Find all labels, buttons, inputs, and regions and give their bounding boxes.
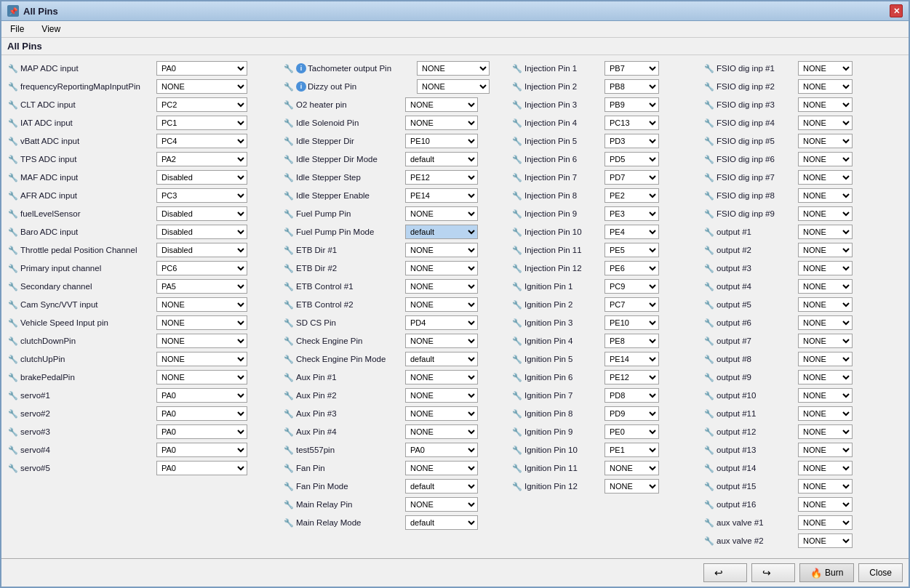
pin-select[interactable]: NONE — [798, 61, 853, 76]
pin-select[interactable]: PE0 — [604, 424, 659, 439]
wrench-icon[interactable]: 🔧 — [7, 262, 19, 274]
pin-select[interactable]: NONE — [405, 461, 478, 475]
wrench-icon[interactable]: 🔧 — [283, 172, 295, 183]
wrench-icon[interactable]: 🔧 — [703, 462, 715, 474]
wrench-icon[interactable]: 🔧 — [511, 190, 523, 201]
wrench-icon[interactable]: 🔧 — [7, 281, 19, 292]
wrench-icon[interactable]: 🔧 — [703, 317, 715, 329]
wrench-icon[interactable]: 🔧 — [7, 462, 19, 474]
pin-select[interactable]: NONE — [798, 97, 853, 112]
wrench-icon[interactable]: 🔧 — [7, 426, 19, 438]
wrench-icon[interactable]: 🔧 — [511, 63, 523, 74]
redo-button[interactable]: ↪ — [751, 563, 795, 582]
wrench-icon[interactable]: 🔧 — [511, 226, 523, 238]
wrench-icon[interactable]: 🔧 — [703, 444, 715, 456]
pin-select[interactable]: NONE — [798, 370, 853, 384]
pin-select[interactable]: Disabled — [156, 225, 247, 239]
pin-select[interactable]: NONE — [798, 152, 853, 166]
wrench-icon[interactable]: 🔧 — [511, 462, 523, 474]
pin-select[interactable]: NONE — [798, 315, 853, 330]
wrench-icon[interactable]: 🔧 — [283, 390, 295, 401]
pin-select[interactable]: NONE — [156, 79, 247, 94]
pin-select[interactable]: PC9 — [604, 279, 659, 294]
wrench-icon[interactable]: 🔧 — [703, 63, 715, 74]
pin-select[interactable]: PE10 — [604, 315, 659, 330]
wrench-icon[interactable]: 🔧 — [703, 426, 715, 438]
pin-select[interactable]: PC6 — [156, 261, 247, 275]
wrench-icon[interactable]: 🔧 — [511, 81, 523, 92]
pin-select[interactable]: NONE — [405, 334, 478, 348]
wrench-icon[interactable]: 🔧 — [703, 408, 715, 419]
wrench-icon[interactable]: 🔧 — [283, 480, 295, 492]
wrench-icon[interactable]: 🔧 — [511, 281, 523, 292]
pin-select[interactable]: PD4 — [405, 315, 478, 330]
pin-select[interactable]: NONE — [798, 116, 853, 130]
pin-select[interactable]: NONE — [798, 188, 853, 203]
pin-select[interactable]: PE2 — [604, 188, 659, 203]
pin-select[interactable]: PB7 — [604, 61, 659, 76]
wrench-icon[interactable]: 🔧 — [7, 408, 19, 419]
pin-select[interactable]: PC4 — [156, 134, 247, 148]
wrench-icon[interactable]: 🔧 — [283, 135, 295, 147]
pin-select[interactable]: PE12 — [604, 370, 659, 384]
pin-select[interactable]: NONE — [156, 334, 247, 348]
pin-select[interactable]: NONE — [156, 315, 247, 330]
pin-select[interactable]: NONE — [405, 388, 478, 403]
wrench-icon[interactable]: 🔧 — [7, 117, 19, 129]
wrench-icon[interactable]: 🔧 — [283, 462, 295, 474]
pin-select[interactable]: PA5 — [156, 279, 247, 294]
pin-select[interactable]: PE8 — [604, 334, 659, 348]
wrench-icon[interactable]: 🔧 — [703, 208, 715, 220]
wrench-icon[interactable]: 🔧 — [283, 371, 295, 383]
wrench-icon[interactable]: 🔧 — [703, 99, 715, 110]
wrench-icon[interactable]: 🔧 — [703, 153, 715, 165]
pin-select[interactable]: default — [405, 352, 478, 366]
close-button[interactable]: Close — [858, 563, 903, 582]
close-window-button[interactable]: ✕ — [890, 4, 903, 17]
pin-select[interactable]: Disabled — [156, 206, 247, 221]
wrench-icon[interactable]: 🔧 — [283, 244, 295, 256]
wrench-icon[interactable]: 🔧 — [7, 244, 19, 256]
pin-select[interactable]: NONE — [798, 134, 853, 148]
wrench-icon[interactable]: 🔧 — [283, 153, 295, 165]
pin-select[interactable]: PE14 — [604, 352, 659, 366]
pin-select[interactable]: PE1 — [604, 443, 659, 457]
wrench-icon[interactable]: 🔧 — [511, 99, 523, 110]
pin-select[interactable]: default — [405, 515, 478, 530]
wrench-icon[interactable]: 🔧 — [283, 353, 295, 365]
wrench-icon[interactable]: 🔧 — [283, 426, 295, 438]
wrench-icon[interactable]: 🔧 — [283, 226, 295, 238]
wrench-icon[interactable]: 🔧 — [283, 63, 295, 74]
wrench-icon[interactable]: 🔧 — [511, 244, 523, 256]
pin-select[interactable]: NONE — [405, 297, 478, 312]
wrench-icon[interactable]: 🔧 — [703, 390, 715, 401]
wrench-icon[interactable]: 🔧 — [283, 299, 295, 310]
pin-select[interactable]: PC3 — [156, 188, 247, 203]
wrench-icon[interactable]: 🔧 — [511, 208, 523, 220]
pin-select[interactable]: Disabled — [156, 243, 247, 257]
wrench-icon[interactable]: 🔧 — [703, 172, 715, 183]
wrench-icon[interactable]: 🔧 — [7, 226, 19, 238]
pin-select[interactable]: NONE — [798, 297, 853, 312]
pin-select[interactable]: NONE — [405, 424, 478, 439]
pin-select[interactable]: PE10 — [405, 134, 478, 148]
pin-select[interactable]: PA0 — [156, 443, 247, 457]
wrench-icon[interactable]: 🔧 — [7, 172, 19, 183]
wrench-icon[interactable]: 🔧 — [511, 117, 523, 129]
pin-select[interactable]: NONE — [798, 261, 853, 275]
wrench-icon[interactable]: 🔧 — [7, 99, 19, 110]
pin-select[interactable]: PB9 — [604, 97, 659, 112]
wrench-icon[interactable]: 🔧 — [283, 335, 295, 347]
pin-select[interactable]: PD9 — [604, 406, 659, 421]
pin-select[interactable]: PA0 — [156, 61, 247, 76]
wrench-icon[interactable]: 🔧 — [703, 535, 715, 547]
pin-select[interactable]: NONE — [798, 225, 853, 239]
wrench-icon[interactable]: 🔧 — [703, 262, 715, 274]
wrench-icon[interactable]: 🔧 — [7, 135, 19, 147]
wrench-icon[interactable]: 🔧 — [283, 208, 295, 220]
pin-select[interactable]: PA0 — [156, 424, 247, 439]
wrench-icon[interactable]: 🔧 — [511, 371, 523, 383]
undo-button[interactable]: ↩ — [703, 563, 747, 582]
wrench-icon[interactable]: 🔧 — [703, 244, 715, 256]
wrench-icon[interactable]: 🔧 — [7, 190, 19, 201]
